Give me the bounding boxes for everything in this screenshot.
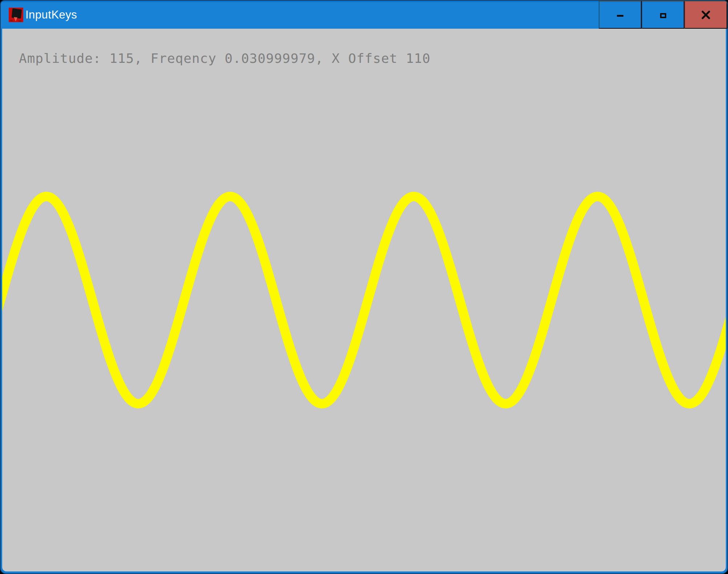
sine-wave	[2, 29, 726, 571]
status-text: Amplitude: 115, Freqency 0.030999979, X …	[19, 52, 431, 65]
app-window: InputKeys Amplitude: 115, Freqency 0.030…	[0, 0, 728, 574]
maximize-icon	[660, 13, 666, 18]
titlebar[interactable]: InputKeys	[1, 1, 727, 29]
minimize-button[interactable]	[599, 1, 642, 29]
close-icon	[701, 11, 710, 19]
minimize-icon	[617, 15, 623, 17]
window-title: InputKeys	[25, 1, 77, 29]
window-controls	[599, 1, 727, 29]
maximize-button[interactable]	[642, 1, 684, 29]
canvas-area: Amplitude: 115, Freqency 0.030999979, X …	[2, 29, 726, 571]
app-icon	[9, 8, 23, 22]
close-button[interactable]	[684, 1, 727, 29]
